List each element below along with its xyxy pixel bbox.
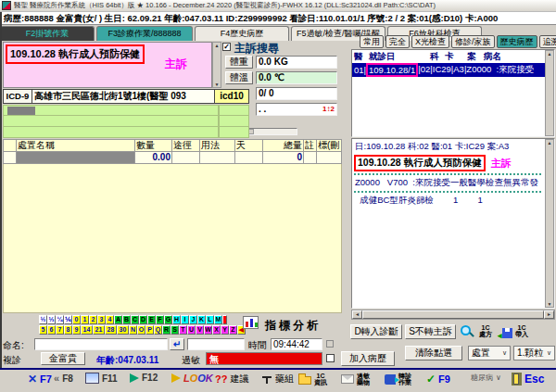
quick-dose-button[interactable]: M xyxy=(214,315,222,324)
dose-unit-dropdown[interactable]: 1.顆粒∨ xyxy=(513,346,555,360)
no-transfer-complaint-button[interactable]: S不轉主訴 xyxy=(405,324,456,339)
quick-dose-button[interactable]: N xyxy=(129,325,137,335)
quick-dose-button[interactable]: 5 xyxy=(39,325,47,335)
quick-dose-button[interactable]: Z xyxy=(229,325,237,335)
weight-field[interactable]: 0.0 KG xyxy=(256,56,337,69)
quick-dose-button[interactable]: 30 xyxy=(117,325,129,335)
patient-name-button[interactable]: 金富貴 xyxy=(41,352,85,365)
history-horizontal-scrollbar[interactable]: ◂ ▸ xyxy=(351,310,555,320)
history-filter-button[interactable]: 修診/家族 xyxy=(451,35,495,48)
quantity-cell[interactable]: 0.00 xyxy=(135,151,172,164)
time-field[interactable]: 09:44:42 xyxy=(271,338,322,350)
allergy-checkbox[interactable] xyxy=(326,354,335,362)
naming-input-2[interactable] xyxy=(187,338,245,350)
scroll-left-icon[interactable]: ◂ xyxy=(352,310,362,319)
history-list-scrollbar[interactable]: ▲ xyxy=(545,50,554,136)
look-button[interactable]: LOOK xyxy=(171,373,213,384)
quick-dose-button[interactable]: ½ xyxy=(39,315,47,324)
indicator-chart-icon[interactable] xyxy=(243,316,259,329)
quick-dose-button[interactable]: Y xyxy=(221,325,229,335)
history-filter-button[interactable]: 歷史病歷 xyxy=(497,35,537,48)
f12-button[interactable]: F12 xyxy=(130,373,158,383)
diagnosis-row[interactable] xyxy=(3,105,249,116)
tab-f3-treatment[interactable]: F3診療作業/888888 xyxy=(96,26,193,41)
total-cell[interactable]: 0 xyxy=(263,151,304,164)
quick-dose-button[interactable]: E xyxy=(147,315,156,324)
quick-dose-button[interactable] xyxy=(222,315,227,324)
history-detail-pane[interactable]: 日:109.10.28 科:02 醫:01 卡:IC29 案:A3 109.10… xyxy=(351,138,555,309)
allergy-drugs-button[interactable]: 過敏藥物 xyxy=(341,373,370,386)
quick-dose-button[interactable]: S xyxy=(171,325,179,335)
diagnosis-row[interactable] xyxy=(3,127,249,138)
quick-dose-button[interactable]: P xyxy=(145,325,154,335)
quick-dose-button[interactable]: J xyxy=(189,315,197,324)
quick-dose-button[interactable]: H xyxy=(172,315,181,324)
quick-dose-button[interactable]: 3 xyxy=(97,315,106,324)
scroll-down-icon[interactable]: ▼ xyxy=(215,82,220,87)
quick-dose-button[interactable]: V xyxy=(196,325,204,335)
quick-dose-button[interactable]: 1 xyxy=(81,315,89,324)
f7-button[interactable]: ✕ F7 xyxy=(28,373,52,386)
tab-f2-registration[interactable]: F2掛號作業 xyxy=(0,26,95,41)
search-icon[interactable] xyxy=(461,324,474,338)
selected-cell[interactable] xyxy=(7,107,35,115)
esc-button[interactable]: Esc xyxy=(512,373,544,386)
history-filter-button[interactable]: 常用 xyxy=(360,35,384,48)
allergy-field[interactable]: 無 xyxy=(206,352,322,365)
treatment-table-row[interactable]: 0.00 0 xyxy=(3,151,342,164)
f8-button[interactable]: « F8 xyxy=(54,373,73,384)
quick-dose-button[interactable]: R xyxy=(162,325,171,335)
drug-group-button[interactable]: 藥組 xyxy=(261,373,294,386)
quick-dose-button[interactable]: W xyxy=(204,325,212,335)
treatment-type-dropdown[interactable]: 處置∨ xyxy=(468,346,511,360)
quick-dose-button[interactable]: D xyxy=(139,315,147,324)
scroll-up-icon[interactable]: ▲ xyxy=(548,51,552,57)
quick-dose-button[interactable]: 6 xyxy=(47,325,56,335)
f9-button[interactable]: ✓ F9 xyxy=(426,373,450,386)
quick-dose-button[interactable]: ⅓ xyxy=(47,315,56,324)
add-to-record-button[interactable]: 加入病歷 xyxy=(341,351,395,366)
time-lock-checkbox[interactable] xyxy=(326,340,334,348)
quick-dose-button[interactable]: 21 xyxy=(93,325,105,335)
rx-1c-icon[interactable]: 1C處方 xyxy=(479,324,492,337)
f11-button[interactable]: F11 xyxy=(85,373,118,384)
quick-dose-button[interactable]: 0 xyxy=(72,315,81,324)
diagnosis-row[interactable] xyxy=(3,116,249,127)
quick-dose-button[interactable]: 8 xyxy=(64,325,72,335)
enter-button[interactable]: ↵ xyxy=(170,338,184,350)
quick-dose-button[interactable]: 4 xyxy=(106,315,114,324)
transfer-to-diagnosis-button[interactable]: D轉入診斷 xyxy=(350,324,402,339)
scroll-down-icon[interactable]: ▼ xyxy=(548,301,552,307)
diabetes-dropdown[interactable]: 糖尿病 ∨ xyxy=(471,373,501,383)
history-filter-button[interactable]: 追溯病歷 xyxy=(539,35,556,48)
naming-input[interactable] xyxy=(34,338,168,350)
prescription-work-area[interactable] xyxy=(3,164,342,313)
treatment-name-cell[interactable] xyxy=(17,151,135,164)
quick-dose-button[interactable]: X xyxy=(212,325,221,335)
suggestion-button[interactable]: ?? 建議 xyxy=(215,373,248,386)
quick-dose-button[interactable]: ¼ xyxy=(56,315,64,324)
complaint-scrollbar[interactable]: ▲ ▼ xyxy=(212,42,221,88)
chief-complaint-textarea[interactable]: 109.10.28 執行成人預防保健 主訴 xyxy=(3,42,212,88)
complaint-search-checkbox[interactable]: ✓ xyxy=(222,43,231,51)
quick-dose-button[interactable]: K xyxy=(197,315,206,324)
lmp-cycle-badge[interactable]: 1↕2 xyxy=(322,104,335,115)
quick-dose-button[interactable]: F xyxy=(156,315,164,324)
quick-dose-button[interactable]: C xyxy=(131,315,139,324)
tab-f4-history[interactable]: F4歷史病歷 xyxy=(195,26,289,41)
quick-dose-button[interactable]: Q xyxy=(154,325,162,335)
quick-dose-button[interactable]: L xyxy=(206,315,214,324)
scroll-up-icon[interactable]: ▲ xyxy=(215,43,220,48)
quick-dose-button[interactable]: U xyxy=(187,325,196,335)
history-filter-button[interactable]: 完全 xyxy=(385,35,410,48)
icd9-value-field[interactable]: 高雄市三民區德北街1號1樓(醫聖 093 xyxy=(32,89,215,104)
referral-button[interactable]: 轉診作業 xyxy=(385,373,411,386)
clear-selection-button[interactable]: 清除點選 xyxy=(405,346,462,360)
temperature-field[interactable]: 0.0 ℃ xyxy=(256,71,337,84)
quick-dose-button[interactable]: 7 xyxy=(56,325,64,335)
history-detail-scrollbar[interactable]: ▲ ▼ xyxy=(545,139,554,308)
temperature-button[interactable]: 體溫 xyxy=(225,71,253,84)
quick-dose-button[interactable]: B xyxy=(122,315,131,324)
blood-pressure-field[interactable]: 0/ 0 xyxy=(256,87,337,100)
quick-dose-button[interactable]: A xyxy=(114,315,122,324)
